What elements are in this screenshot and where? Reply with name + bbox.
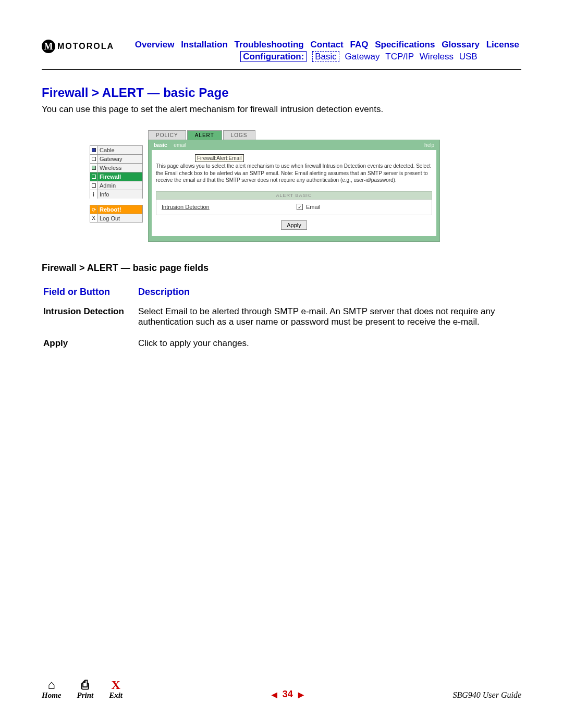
panel-description: This page allows you to select the alert… bbox=[156, 163, 432, 184]
field-name: Intrusion Detection bbox=[43, 306, 137, 337]
config-label: Configuration: bbox=[240, 51, 307, 62]
subnav-wireless[interactable]: Wireless bbox=[420, 52, 454, 61]
side-item-gateway[interactable]: Gateway bbox=[90, 154, 143, 163]
print-button[interactable]: ⎙ Print bbox=[77, 678, 94, 700]
page-number: 34 bbox=[283, 689, 293, 700]
side-menu: Cable Gateway Wireless Firewall Admin iI… bbox=[90, 145, 143, 223]
nav-specifications[interactable]: Specifications bbox=[375, 40, 435, 50]
tab-policy[interactable]: POLICY bbox=[148, 130, 186, 140]
side-item-firewall[interactable]: Firewall bbox=[90, 172, 143, 181]
field-desc: Select Email to be alerted through SMTP … bbox=[138, 306, 520, 337]
side-item-admin[interactable]: Admin bbox=[90, 181, 143, 190]
form-row-intrusion: Intrusion Detection ✓ Email bbox=[156, 200, 432, 215]
intro-text: You can use this page to set the alert m… bbox=[42, 104, 521, 115]
table-row: Intrusion Detection Select Email to be a… bbox=[43, 306, 520, 337]
side-item-wireless[interactable]: Wireless bbox=[90, 163, 143, 172]
subnav-tcpip[interactable]: TCP/IP bbox=[385, 52, 414, 61]
home-icon: ⌂ bbox=[42, 678, 62, 691]
subnav-basic[interactable]: Basic bbox=[312, 51, 339, 62]
subnav-gateway[interactable]: Gateway bbox=[345, 52, 380, 61]
side-item-reboot[interactable]: ⟳Reboot! bbox=[90, 205, 143, 214]
panel-tabs: POLICY ALERT LOGS bbox=[148, 130, 440, 140]
table-row: Apply Click to apply your changes. bbox=[43, 338, 520, 358]
nav-license[interactable]: License bbox=[486, 40, 519, 50]
side-item-cable[interactable]: Cable bbox=[90, 145, 143, 154]
subtab-basic[interactable]: basic bbox=[154, 142, 167, 148]
guide-label: SBG940 User Guide bbox=[452, 690, 521, 700]
subtab-email[interactable]: email bbox=[174, 142, 186, 148]
email-checkbox-label: Email bbox=[306, 204, 321, 210]
nav-faq[interactable]: FAQ bbox=[350, 40, 369, 50]
top-nav: Overview Installation Troubleshooting Co… bbox=[124, 40, 521, 50]
fields-table: Field or Button Description Intrusion De… bbox=[42, 285, 521, 359]
nav-troubleshooting[interactable]: Troubleshooting bbox=[235, 40, 304, 50]
motorola-icon: M bbox=[42, 40, 55, 53]
exit-icon: X bbox=[109, 678, 123, 691]
fields-subtitle: Firewall > ALERT — basic page fields bbox=[42, 263, 521, 274]
nav-contact[interactable]: Contact bbox=[310, 40, 343, 50]
page-title: Firewall > ALERT — basic Page bbox=[42, 85, 521, 100]
subnav-usb[interactable]: USB bbox=[459, 52, 478, 61]
form-label-intrusion: Intrusion Detection bbox=[156, 204, 297, 210]
next-page-icon[interactable]: ▶ bbox=[298, 690, 304, 699]
home-button[interactable]: ⌂ Home bbox=[42, 678, 62, 700]
exit-button[interactable]: X Exit bbox=[109, 678, 123, 700]
brand-text: MOTOROLA bbox=[57, 42, 114, 51]
email-checkbox[interactable]: ✓ bbox=[297, 204, 303, 210]
field-name: Apply bbox=[43, 338, 137, 358]
tooltip-label: Firewall:Alert:Email bbox=[195, 154, 244, 162]
th-field: Field or Button bbox=[43, 286, 137, 305]
nav-installation[interactable]: Installation bbox=[181, 40, 228, 50]
sub-nav: Configuration: Basic Gateway TCP/IP Wire… bbox=[124, 52, 521, 62]
logo: M MOTOROLA bbox=[42, 40, 114, 53]
apply-button[interactable]: Apply bbox=[281, 220, 307, 230]
th-description: Description bbox=[138, 286, 520, 305]
prev-page-icon[interactable]: ◀ bbox=[272, 690, 277, 699]
side-item-info[interactable]: iInfo bbox=[90, 190, 143, 199]
tab-logs[interactable]: LOGS bbox=[223, 130, 255, 140]
print-icon: ⎙ bbox=[77, 678, 94, 691]
help-link[interactable]: help bbox=[424, 142, 434, 148]
side-item-logout[interactable]: XLog Out bbox=[90, 214, 143, 223]
nav-overview[interactable]: Overview bbox=[135, 40, 175, 50]
field-desc: Click to apply your changes. bbox=[138, 338, 520, 358]
nav-glossary[interactable]: Glossary bbox=[442, 40, 480, 50]
tab-alert[interactable]: ALERT bbox=[187, 130, 222, 140]
page-nav: ◀ 34 ▶ bbox=[272, 689, 304, 700]
alert-basic-header: ALERT BASIC bbox=[156, 191, 432, 200]
